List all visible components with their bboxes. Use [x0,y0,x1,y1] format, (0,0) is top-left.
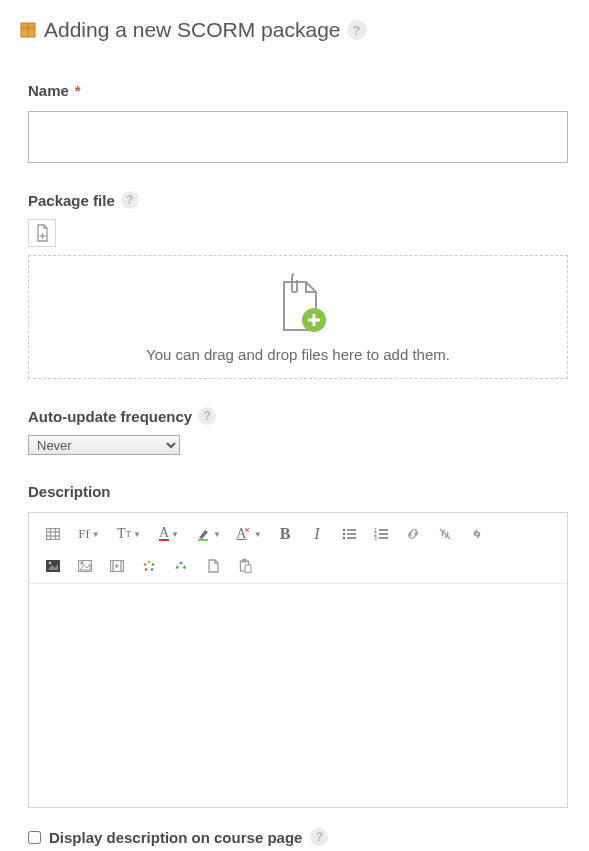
recycle-button[interactable] [165,555,197,577]
svg-marker-36 [116,564,120,569]
svg-point-39 [151,568,154,571]
description-editor: Ff▼ TT▼ A▼ ▼ A×▼ B [28,512,568,808]
name-input[interactable] [28,111,568,163]
unordered-list-button[interactable] [333,523,365,545]
auto-update-label-text: Auto-update frequency [28,408,192,425]
auto-update-select[interactable]: Never [28,435,180,455]
svg-point-32 [81,562,83,564]
insert-image-button[interactable] [69,555,101,577]
editor-toolbar: Ff▼ TT▼ A▼ ▼ A×▼ B [29,513,567,583]
svg-point-40 [145,568,148,571]
insert-file-button[interactable] [197,555,229,577]
package-file-label-text: Package file [28,192,115,209]
help-icon[interactable]: ? [198,407,216,425]
svg-point-37 [148,561,151,564]
bold-button[interactable]: B [269,523,301,545]
auto-update-field: Auto-update frequency ? Never [28,407,579,455]
font-color-button[interactable]: A▼ [149,523,189,545]
anchor-button[interactable] [461,523,493,545]
insert-asterisk-button[interactable] [133,555,165,577]
description-label: Description [28,483,579,500]
unlink-button[interactable] [429,523,461,545]
page-title-text: Adding a new SCORM package [44,18,341,42]
svg-rect-8 [47,529,60,540]
svg-marker-31 [80,564,90,570]
display-description-row: Display description on course page ? [28,828,579,846]
help-icon[interactable]: ? [310,828,328,846]
help-icon[interactable]: ? [121,191,139,209]
page-title: Adding a new SCORM package ? [18,18,579,42]
file-upload-icon [270,272,326,336]
svg-point-18 [343,537,345,539]
description-field: Description Ff▼ TT▼ A▼ [28,483,579,808]
paste-button[interactable] [229,555,261,577]
name-label-text: Name [28,82,69,99]
package-file-field: Package file ? [28,191,579,379]
toolbar-grid-button[interactable] [37,523,69,545]
svg-point-38 [152,563,155,566]
name-label: Name* [28,82,579,99]
highlight-color-button[interactable]: ▼ [189,523,229,545]
scorm-package-icon [18,20,38,40]
font-size-button[interactable]: TT▼ [109,523,149,545]
font-family-button[interactable]: Ff▼ [69,523,109,545]
insert-image-dark-button[interactable] [37,555,69,577]
display-description-checkbox[interactable] [28,831,41,844]
description-label-text: Description [28,483,111,500]
insert-media-button[interactable] [101,555,133,577]
add-file-button[interactable] [28,219,56,247]
package-file-label: Package file ? [28,191,579,209]
italic-button[interactable]: I [301,523,333,545]
dropzone-text: You can drag and drop files here to add … [146,346,450,363]
link-button[interactable] [397,523,429,545]
name-field: Name* [28,82,579,163]
description-textarea[interactable] [29,583,567,807]
help-icon[interactable]: ? [347,20,367,40]
required-indicator: * [75,82,81,99]
file-dropzone[interactable]: You can drag and drop files here to add … [28,255,568,379]
svg-point-29 [49,562,52,565]
svg-text:3: 3 [374,535,377,540]
display-description-label: Display description on course page [49,829,302,846]
svg-point-41 [144,563,147,566]
ordered-list-button[interactable]: 123 [365,523,397,545]
clear-formatting-button[interactable]: A×▼ [229,523,269,545]
svg-point-16 [343,533,345,535]
svg-rect-44 [245,565,251,573]
svg-point-14 [343,529,345,531]
auto-update-label: Auto-update frequency ? [28,407,579,425]
svg-rect-13 [198,539,208,541]
